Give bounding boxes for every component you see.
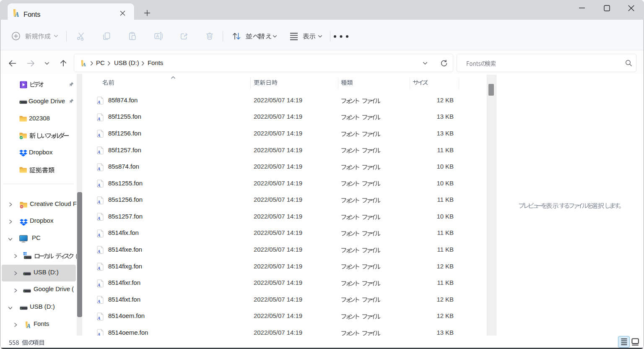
svg-text:A: A xyxy=(82,61,86,67)
svg-text:A: A xyxy=(14,11,19,17)
svg-text:A: A xyxy=(156,34,159,39)
svg-text:A: A xyxy=(26,323,31,328)
